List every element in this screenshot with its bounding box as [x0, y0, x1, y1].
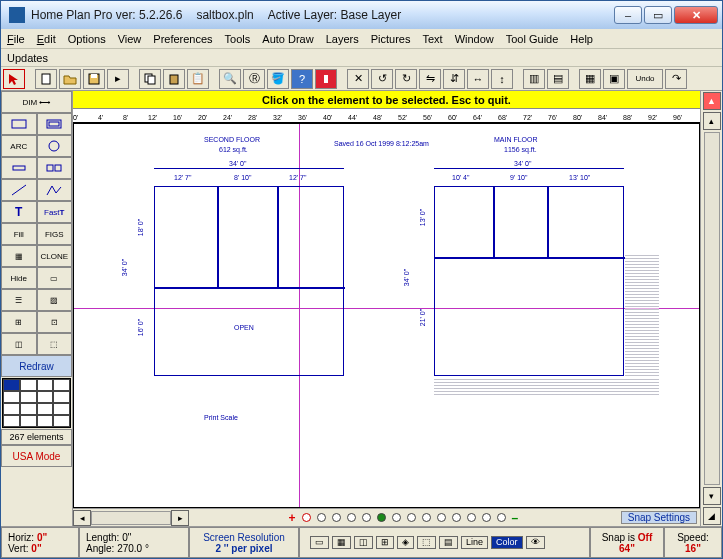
fill-tool[interactable]: 🪣 — [267, 69, 289, 89]
zoom-dot[interactable] — [467, 513, 476, 522]
hide-button[interactable]: Hide — [1, 267, 37, 289]
zoom-dot[interactable] — [332, 513, 341, 522]
scroll-left-button[interactable]: ◂ — [73, 510, 91, 526]
text-tool[interactable]: T — [1, 201, 37, 223]
misc-tool-2[interactable]: ⊡ — [37, 311, 73, 333]
redraw-button[interactable]: Redraw — [1, 355, 72, 377]
rotate-cw-button[interactable]: ↻ — [395, 69, 417, 89]
figs-button[interactable]: FIGS — [37, 223, 73, 245]
menu-help[interactable]: Help — [570, 33, 593, 45]
pattern-tool[interactable]: ▨ — [37, 289, 73, 311]
line-style-button[interactable]: Line — [461, 536, 488, 550]
zoom-dot[interactable] — [497, 513, 506, 522]
status-icon[interactable]: ◫ — [354, 536, 373, 550]
menu-text[interactable]: Text — [422, 33, 442, 45]
scroll-up-button[interactable]: ▴ — [703, 112, 721, 130]
snap-settings-button[interactable]: Snap Settings — [621, 511, 697, 524]
zoom-dot[interactable] — [392, 513, 401, 522]
scroll-right-button[interactable]: ▸ — [171, 510, 189, 526]
menu-edit[interactable]: Edit — [37, 33, 56, 45]
drawing-canvas[interactable]: Saved 16 Oct 1999 8:12:25am SECOND FLOOR… — [73, 123, 700, 508]
menu-file[interactable]: File — [7, 33, 25, 45]
arc-tool[interactable]: ARC — [1, 135, 37, 157]
menu-autodraw[interactable]: Auto Draw — [262, 33, 313, 45]
dim-tool[interactable]: DIM ⟷ — [1, 91, 72, 113]
door-tool[interactable] — [1, 157, 37, 179]
delete-tool[interactable]: ✕ — [347, 69, 369, 89]
menu-preferences[interactable]: Preferences — [153, 33, 212, 45]
zoom-dot[interactable] — [422, 513, 431, 522]
preview-button[interactable]: 🔍 — [219, 69, 241, 89]
help-button[interactable]: ? — [291, 69, 313, 89]
line-tool[interactable] — [1, 179, 37, 201]
misc-tool-1[interactable]: ⊞ — [1, 311, 37, 333]
clone-button[interactable]: CLONE — [37, 245, 73, 267]
exit-button[interactable] — [315, 69, 337, 89]
eye-icon[interactable]: 👁 — [526, 536, 545, 550]
zoom-dot-current[interactable] — [377, 513, 386, 522]
h-scroll-track[interactable] — [91, 511, 171, 525]
layer-tool[interactable]: ▦ — [579, 69, 601, 89]
grid-tool[interactable]: ▣ — [603, 69, 625, 89]
redo-button[interactable]: ↷ — [665, 69, 687, 89]
zoom-dot[interactable] — [302, 513, 311, 522]
menu-toolguide[interactable]: Tool Guide — [506, 33, 559, 45]
align-tool-2[interactable]: ▤ — [547, 69, 569, 89]
status-icon[interactable]: ◈ — [397, 536, 414, 550]
polyline-tool[interactable] — [37, 179, 73, 201]
minimize-button[interactable]: – — [614, 6, 642, 24]
misc-tool-4[interactable]: ⬚ — [37, 333, 73, 355]
menu-layers[interactable]: Layers — [326, 33, 359, 45]
zoom-dot[interactable] — [437, 513, 446, 522]
color-palette[interactable] — [2, 378, 71, 428]
copy-button[interactable] — [139, 69, 161, 89]
fill-button[interactable]: Fill — [1, 223, 37, 245]
zoom-dot[interactable] — [362, 513, 371, 522]
status-icon[interactable]: ⬚ — [417, 536, 436, 550]
circle-tool[interactable] — [37, 135, 73, 157]
misc-tool-3[interactable]: ◫ — [1, 333, 37, 355]
paste-button[interactable] — [163, 69, 185, 89]
zoom-dot[interactable] — [452, 513, 461, 522]
align-tool-1[interactable]: ▥ — [523, 69, 545, 89]
status-icon[interactable]: ▦ — [332, 536, 351, 550]
zoom-dot[interactable] — [482, 513, 491, 522]
pointer-tool[interactable] — [3, 69, 25, 89]
menu-options[interactable]: Options — [68, 33, 106, 45]
close-button[interactable]: ✕ — [674, 6, 718, 24]
menu-pictures[interactable]: Pictures — [371, 33, 411, 45]
new-button[interactable] — [35, 69, 57, 89]
rect-fill-tool[interactable] — [37, 113, 73, 135]
usa-mode-button[interactable]: USA Mode — [1, 445, 72, 467]
arrow-right-icon[interactable]: ▸ — [107, 69, 129, 89]
status-icon[interactable]: ▭ — [310, 536, 329, 550]
undo-button[interactable]: Undo — [627, 69, 663, 89]
show-tool[interactable]: ▭ — [37, 267, 73, 289]
zoom-out-icon[interactable]: – — [512, 511, 519, 525]
menu-updates[interactable]: Updates — [7, 52, 48, 64]
hatch-tool[interactable]: ▦ — [1, 245, 37, 267]
flip-v-button[interactable]: ⇵ — [443, 69, 465, 89]
v-scroll-track[interactable] — [704, 132, 720, 485]
color-button[interactable]: Color — [491, 536, 523, 550]
open-button[interactable] — [59, 69, 81, 89]
window-tool[interactable] — [37, 157, 73, 179]
zoom-dot[interactable] — [347, 513, 356, 522]
rect-tool[interactable] — [1, 113, 37, 135]
fast-text-tool[interactable]: FastT — [37, 201, 73, 223]
maximize-button[interactable]: ▭ — [644, 6, 672, 24]
zoom-in-icon[interactable]: + — [289, 511, 296, 525]
zoom-dot[interactable] — [407, 513, 416, 522]
flip-h-button[interactable]: ⇋ — [419, 69, 441, 89]
scroll-down-button[interactable]: ▾ — [703, 487, 721, 505]
clipboard-button[interactable]: 📋 — [187, 69, 209, 89]
save-button[interactable] — [83, 69, 105, 89]
menu-window[interactable]: Window — [455, 33, 494, 45]
rotate-ccw-button[interactable]: ↺ — [371, 69, 393, 89]
stairs-tool[interactable]: ☰ — [1, 289, 37, 311]
dim-v-button[interactable]: ↕ — [491, 69, 513, 89]
registered-icon[interactable]: Ⓡ — [243, 69, 265, 89]
zoom-dot[interactable] — [317, 513, 326, 522]
menu-tools[interactable]: Tools — [225, 33, 251, 45]
status-icon[interactable]: ▤ — [439, 536, 458, 550]
